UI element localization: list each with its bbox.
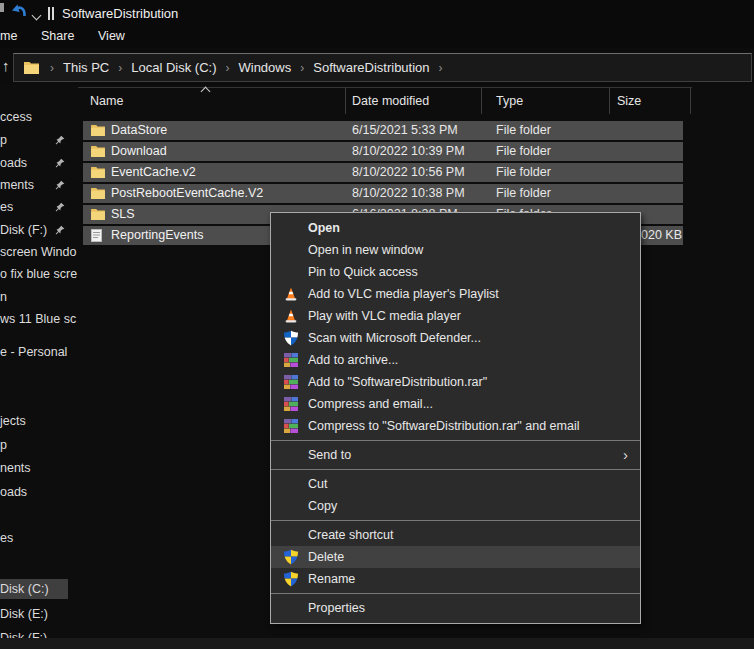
sidebar-item-desktop-pc[interactable]: p: [0, 436, 7, 454]
window-title: SoftwareDistribution: [62, 6, 178, 21]
sidebar-item-disk-e[interactable]: Disk (E:): [0, 605, 48, 623]
pin-icon: [55, 135, 65, 145]
tab-view[interactable]: View: [98, 29, 125, 43]
vlc-cone-icon: [283, 308, 299, 324]
winrar-icon: [283, 418, 299, 434]
sidebar-item-folder[interactable]: screen Windo: [0, 243, 76, 261]
sidebar-item-folder[interactable]: o fix blue scre: [0, 265, 77, 283]
separator-bar: [52, 7, 54, 20]
menu-item-open-new-window[interactable]: Open in new window: [271, 239, 640, 261]
sidebar-item-downloads[interactable]: oads: [0, 154, 70, 172]
pin-icon: [55, 202, 65, 212]
column-divider[interactable]: [690, 88, 691, 114]
sort-ascending-icon: [202, 88, 209, 95]
menu-item-vlc-play[interactable]: Play with VLC media player: [271, 305, 640, 327]
menu-item-add-to-archive[interactable]: Add to archive...: [271, 349, 640, 371]
menu-item-send-to[interactable]: Send to ›: [271, 444, 640, 466]
vlc-cone-icon: [283, 286, 299, 302]
sidebar-item-quick-access[interactable]: ccess: [0, 108, 32, 126]
qat-partial-icon: [0, 3, 4, 12]
chevron-icon[interactable]: ›: [439, 61, 443, 75]
sidebar-item-downloads-pc[interactable]: oads: [0, 483, 27, 501]
tab-home-partial[interactable]: me: [0, 29, 17, 43]
tab-share[interactable]: Share: [41, 29, 74, 43]
column-divider[interactable]: [345, 88, 346, 114]
menu-item-compress-email[interactable]: Compress and email...: [271, 393, 640, 415]
menu-item-add-to-rar[interactable]: Add to "SoftwareDistribution.rar": [271, 371, 640, 393]
chevron-icon[interactable]: ›: [225, 61, 229, 75]
column-header-type[interactable]: Type: [496, 94, 523, 108]
folder-icon: [91, 208, 105, 220]
menu-separator: [271, 593, 640, 594]
menu-item-defender-scan[interactable]: Scan with Microsoft Defender...: [271, 327, 640, 349]
title-bar: SoftwareDistribution: [0, 0, 754, 27]
table-row[interactable]: Download 8/10/2022 10:39 PM File folder: [83, 142, 683, 161]
ribbon-tab-bar: me Share View: [0, 27, 754, 49]
address-folder-icon: [24, 61, 39, 74]
folder-icon: [91, 166, 105, 178]
defender-shield-icon: [283, 330, 299, 346]
uac-shield-icon: [283, 571, 299, 587]
chevron-icon: ›: [50, 61, 54, 75]
sidebar-item-folder[interactable]: n: [0, 288, 7, 306]
qat-dropdown-icon[interactable]: [33, 12, 40, 19]
folder-icon: [91, 124, 105, 136]
folder-icon: [91, 145, 105, 157]
menu-item-pin-quick-access[interactable]: Pin to Quick access: [271, 261, 640, 283]
menu-separator: [271, 440, 640, 441]
menu-item-compress-to-rar-email[interactable]: Compress to "SoftwareDistribution.rar" a…: [271, 415, 640, 437]
explorer-window: SoftwareDistribution me Share View ↑ › T…: [0, 0, 754, 649]
separator-bar: [48, 7, 50, 20]
column-header-size[interactable]: Size: [617, 94, 641, 108]
breadcrumb: › This PC › Local Disk (C:) › Windows › …: [24, 60, 452, 75]
column-divider[interactable]: [609, 88, 610, 114]
address-bar-row: ↑ › This PC › Local Disk (C:) › Windows …: [0, 48, 754, 85]
sidebar-item-disk-f-pinned[interactable]: Disk (F:): [0, 221, 70, 239]
menu-item-properties[interactable]: Properties: [271, 597, 640, 619]
sidebar-item-disk-c[interactable]: Disk (C:): [0, 580, 49, 598]
winrar-icon: [283, 374, 299, 390]
menu-item-open[interactable]: Open: [271, 217, 640, 239]
breadcrumb-softwaredistribution[interactable]: SoftwareDistribution: [313, 60, 429, 75]
column-header-name[interactable]: Name: [90, 94, 123, 108]
submenu-arrow-icon: ›: [623, 444, 628, 466]
menu-item-cut[interactable]: Cut: [271, 473, 640, 495]
menu-item-create-shortcut[interactable]: Create shortcut: [271, 524, 640, 546]
chevron-icon[interactable]: ›: [118, 61, 122, 75]
sidebar-item-pictures-pc[interactable]: es: [0, 529, 13, 547]
status-bar: [0, 638, 754, 649]
breadcrumb-windows[interactable]: Windows: [238, 60, 291, 75]
pin-icon: [55, 225, 65, 235]
column-divider[interactable]: [481, 88, 482, 114]
breadcrumb-local-disk-c[interactable]: Local Disk (C:): [131, 60, 216, 75]
menu-separator: [271, 520, 640, 521]
document-icon: [91, 229, 102, 242]
menu-item-delete[interactable]: Delete: [271, 546, 640, 568]
winrar-icon: [283, 352, 299, 368]
breadcrumb-this-pc[interactable]: This PC: [63, 60, 109, 75]
sidebar-item-folder[interactable]: ws 11 Blue sc: [0, 310, 76, 328]
uac-shield-icon: [283, 549, 299, 565]
table-row[interactable]: EventCache.v2 8/10/2022 10:56 PM File fo…: [83, 163, 683, 182]
undo-icon[interactable]: [11, 4, 29, 21]
context-menu: Open Open in new window Pin to Quick acc…: [270, 212, 641, 624]
menu-item-rename[interactable]: Rename: [271, 568, 640, 590]
folder-icon: [91, 187, 105, 199]
table-row[interactable]: PostRebootEventCache.V2 8/10/2022 10:38 …: [83, 184, 683, 203]
sidebar-item-3d-objects[interactable]: jects: [0, 412, 26, 430]
column-header-date[interactable]: Date modified: [352, 94, 429, 108]
address-bar[interactable]: › This PC › Local Disk (C:) › Windows › …: [13, 53, 752, 82]
menu-separator: [271, 469, 640, 470]
menu-item-vlc-add-playlist[interactable]: Add to VLC media player's Playlist: [271, 283, 640, 305]
table-row[interactable]: DataStore 6/15/2021 5:33 PM File folder: [83, 121, 683, 140]
up-arrow-icon[interactable]: ↑: [2, 58, 10, 73]
sidebar-item-documents[interactable]: ments: [0, 176, 70, 194]
sidebar-item-pictures[interactable]: es: [0, 198, 70, 216]
menu-item-copy[interactable]: Copy: [271, 495, 640, 517]
pin-icon: [55, 158, 65, 168]
sidebar-item-documents-pc[interactable]: nents: [0, 459, 31, 477]
sidebar-item-desktop[interactable]: p: [0, 131, 70, 149]
sidebar-item-onedrive[interactable]: e - Personal: [0, 343, 67, 361]
pin-icon: [55, 180, 65, 190]
chevron-icon[interactable]: ›: [300, 61, 304, 75]
